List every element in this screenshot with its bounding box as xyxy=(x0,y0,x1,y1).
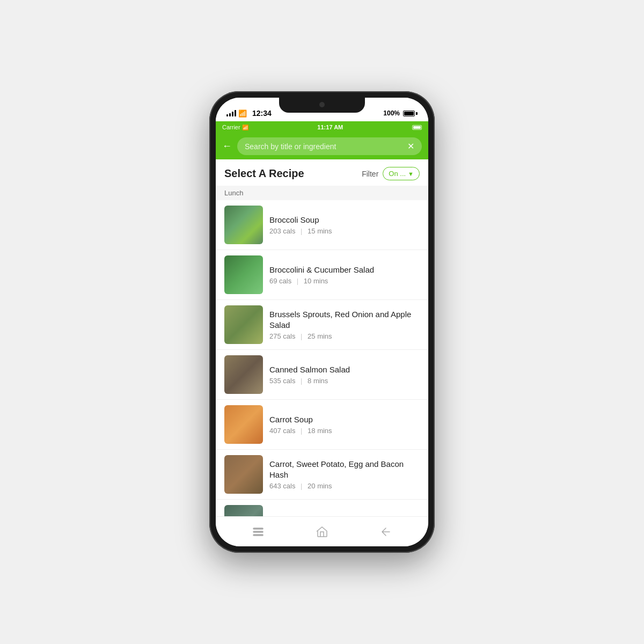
recipe-name: Broccolini & Cucumber Salad xyxy=(269,265,420,275)
search-clear-button[interactable]: ✕ xyxy=(407,141,414,151)
recipe-meta: 203 cals | 15 mins xyxy=(269,227,420,235)
recipe-time: 10 mins xyxy=(304,277,328,285)
recipe-list-item[interactable]: Brussels Sprouts, Red Onion and Apple Sa… xyxy=(216,300,428,350)
app-status-bar: Carrier 📶 11:17 AM xyxy=(216,121,428,133)
recipe-cals: 535 cals xyxy=(269,377,295,385)
filter-button[interactable]: On ... ▼ xyxy=(383,167,420,180)
recipe-thumbnail xyxy=(224,255,263,294)
signal-icon xyxy=(226,110,236,116)
recipe-meta: 275 cals | 25 mins xyxy=(269,332,420,340)
recipe-list-item[interactable]: Broccolini & Cucumber Salad 69 cals | 10… xyxy=(216,250,428,300)
recipe-info: Brussels Sprouts, Red Onion and Apple Sa… xyxy=(269,309,420,340)
search-input-container[interactable]: Search by title or ingredient ✕ xyxy=(237,137,422,155)
filter-controls: Filter On ... ▼ xyxy=(362,167,420,180)
back-nav-button[interactable] xyxy=(375,521,397,543)
phone-notch xyxy=(279,98,365,113)
page-title: Select A Recipe xyxy=(224,167,304,180)
recipe-name: Broccoli Soup xyxy=(269,215,420,225)
recipe-thumbnail xyxy=(224,206,263,244)
recipe-list-item[interactable]: Ceviche 370 cals | 10 mins xyxy=(216,500,428,516)
recipe-info: Carrot Soup 407 cals | 18 mins xyxy=(269,414,420,435)
recipe-info: Canned Salmon Salad 535 cals | 8 mins xyxy=(269,364,420,385)
app-time: 11:17 AM xyxy=(317,124,343,130)
front-camera xyxy=(319,102,325,107)
recipe-thumbnail xyxy=(224,305,263,344)
recipe-meta: 69 cals | 10 mins xyxy=(269,277,420,285)
search-placeholder: Search by title or ingredient xyxy=(245,142,336,151)
status-left: 📶 12:34 xyxy=(226,109,272,118)
recipe-meta: 407 cals | 18 mins xyxy=(269,427,420,435)
meta-separator: | xyxy=(301,377,302,385)
battery-icon xyxy=(403,111,418,116)
recipe-cals: 407 cals xyxy=(269,427,295,435)
home-nav-button[interactable] xyxy=(311,521,333,543)
search-bar: ← Search by title or ingredient ✕ xyxy=(216,133,428,159)
status-right: 100% xyxy=(383,109,418,117)
meta-separator: | xyxy=(301,427,302,435)
recipe-info: Broccolini & Cucumber Salad 69 cals | 10… xyxy=(269,265,420,286)
svg-rect-0 xyxy=(253,528,263,529)
recipe-thumbnail xyxy=(224,355,263,394)
recipe-time: 18 mins xyxy=(308,427,332,435)
recipe-cals: 69 cals xyxy=(269,277,291,285)
recipe-time: 8 mins xyxy=(308,377,328,385)
recipe-thumbnail xyxy=(224,505,263,516)
svg-rect-2 xyxy=(253,535,263,536)
recipe-cals: 643 cals xyxy=(269,482,295,490)
battery-percent: 100% xyxy=(383,109,400,117)
recipe-time: 25 mins xyxy=(308,332,332,340)
meta-separator: | xyxy=(301,227,302,235)
chevron-down-icon: ▼ xyxy=(408,171,414,177)
carrier-name: Carrier xyxy=(222,124,240,130)
filter-value: On ... xyxy=(389,170,406,178)
recipe-name: Brussels Sprouts, Red Onion and Apple Sa… xyxy=(269,309,420,330)
back-button[interactable]: ← xyxy=(222,141,232,152)
recipe-list[interactable]: Broccoli Soup 203 cals | 15 mins Broccol… xyxy=(216,200,428,516)
carrier-wifi-icon: 📶 xyxy=(242,125,248,130)
recipe-time: 20 mins xyxy=(308,482,332,490)
recipe-cals: 275 cals xyxy=(269,332,295,340)
filter-row: Select A Recipe Filter On ... ▼ xyxy=(216,159,428,186)
recipe-list-item[interactable]: Canned Salmon Salad 535 cals | 8 mins xyxy=(216,350,428,400)
recipe-name: Canned Salmon Salad xyxy=(269,364,420,375)
recipe-cals: 203 cals xyxy=(269,227,295,235)
recipe-name: Carrot Soup xyxy=(269,414,420,425)
recipe-thumbnail xyxy=(224,455,263,494)
meta-separator: | xyxy=(297,277,298,285)
recipe-list-item[interactable]: Carrot Soup 407 cals | 18 mins xyxy=(216,400,428,450)
recipe-info: Carrot, Sweet Potato, Egg and Bacon Hash… xyxy=(269,459,420,490)
recipe-name: Carrot, Sweet Potato, Egg and Bacon Hash xyxy=(269,459,420,480)
recipe-time: 15 mins xyxy=(308,227,332,235)
menu-nav-button[interactable] xyxy=(247,521,269,543)
recipe-meta: 643 cals | 20 mins xyxy=(269,482,420,490)
wifi-icon: 📶 xyxy=(238,109,247,118)
category-name: Lunch xyxy=(224,189,243,197)
recipe-meta: 535 cals | 8 mins xyxy=(269,377,420,385)
recipe-thumbnail xyxy=(224,405,263,444)
recipe-info: Broccoli Soup 203 cals | 15 mins xyxy=(269,215,420,236)
phone-screen: 📶 12:34 100% Carrier 📶 xyxy=(216,98,428,546)
app-battery xyxy=(412,125,422,130)
recipe-list-item[interactable]: Carrot, Sweet Potato, Egg and Bacon Hash… xyxy=(216,450,428,500)
svg-rect-1 xyxy=(253,531,263,532)
filter-label: Filter xyxy=(362,170,378,178)
phone-frame: 📶 12:34 100% Carrier 📶 xyxy=(209,91,435,553)
carrier-info: Carrier 📶 xyxy=(222,124,248,130)
bottom-nav xyxy=(216,516,428,546)
category-header: Lunch xyxy=(216,186,428,200)
app-content: Carrier 📶 11:17 AM ← Search by title or … xyxy=(216,121,428,546)
meta-separator: | xyxy=(301,332,302,340)
meta-separator: | xyxy=(301,482,302,490)
recipe-list-item[interactable]: Broccoli Soup 203 cals | 15 mins xyxy=(216,200,428,250)
system-time: 12:34 xyxy=(252,109,272,118)
